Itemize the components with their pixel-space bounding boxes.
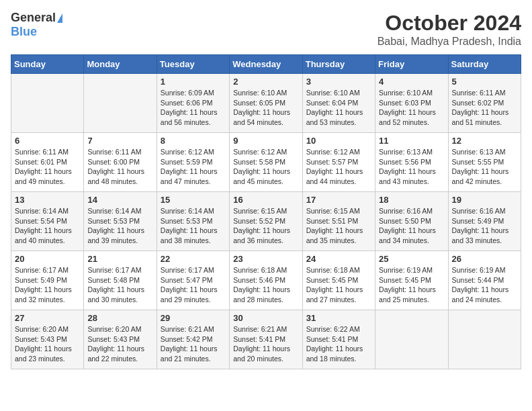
- title-area: October 2024 Babai, Madhya Pradesh, Indi…: [378, 11, 521, 48]
- cell-details: Sunrise: 6:22 AM Sunset: 5:41 PM Dayligh…: [306, 324, 371, 364]
- calendar-cell: 28Sunrise: 6:20 AM Sunset: 5:43 PM Dayli…: [84, 310, 157, 369]
- day-number: 13: [15, 195, 80, 205]
- calendar-cell: 15Sunrise: 6:14 AM Sunset: 5:53 PM Dayli…: [157, 192, 229, 251]
- cell-details: Sunrise: 6:20 AM Sunset: 5:43 PM Dayligh…: [15, 324, 80, 364]
- calendar-cell: 21Sunrise: 6:17 AM Sunset: 5:48 PM Dayli…: [84, 251, 157, 310]
- logo-icon: [57, 13, 62, 23]
- day-number: 16: [233, 195, 298, 205]
- calendar-cell: 11Sunrise: 6:13 AM Sunset: 5:56 PM Dayli…: [375, 133, 448, 192]
- day-number: 6: [15, 136, 80, 146]
- day-number: 3: [306, 77, 371, 87]
- calendar-cell: 26Sunrise: 6:19 AM Sunset: 5:44 PM Dayli…: [448, 251, 521, 310]
- cell-details: Sunrise: 6:17 AM Sunset: 5:49 PM Dayligh…: [15, 265, 80, 305]
- cell-details: Sunrise: 6:10 AM Sunset: 6:04 PM Dayligh…: [306, 88, 371, 128]
- cell-details: Sunrise: 6:12 AM Sunset: 5:58 PM Dayligh…: [233, 147, 298, 187]
- cell-details: Sunrise: 6:14 AM Sunset: 5:53 PM Dayligh…: [161, 206, 226, 246]
- cell-details: Sunrise: 6:11 AM Sunset: 6:00 PM Dayligh…: [87, 147, 152, 187]
- day-number: 12: [452, 136, 517, 146]
- day-number: 27: [15, 313, 80, 323]
- day-number: 11: [379, 136, 444, 146]
- calendar-cell: [375, 310, 448, 369]
- cell-details: Sunrise: 6:19 AM Sunset: 5:44 PM Dayligh…: [452, 265, 517, 305]
- cell-details: Sunrise: 6:18 AM Sunset: 5:46 PM Dayligh…: [233, 265, 298, 305]
- calendar-cell: 7Sunrise: 6:11 AM Sunset: 6:00 PM Daylig…: [84, 133, 157, 192]
- calendar-cell: 22Sunrise: 6:17 AM Sunset: 5:47 PM Dayli…: [157, 251, 229, 310]
- day-number: 25: [379, 254, 444, 264]
- header-day-monday: Monday: [84, 55, 157, 74]
- cell-details: Sunrise: 6:15 AM Sunset: 5:52 PM Dayligh…: [233, 206, 298, 246]
- calendar-cell: 19Sunrise: 6:16 AM Sunset: 5:49 PM Dayli…: [448, 192, 521, 251]
- day-number: 9: [233, 136, 298, 146]
- header: General Blue October 2024 Babai, Madhya …: [11, 11, 521, 48]
- calendar-cell: 31Sunrise: 6:22 AM Sunset: 5:41 PM Dayli…: [302, 310, 375, 369]
- day-number: 15: [161, 195, 226, 205]
- cell-details: Sunrise: 6:19 AM Sunset: 5:45 PM Dayligh…: [379, 265, 444, 305]
- day-number: 22: [161, 254, 226, 264]
- calendar-week-1: 6Sunrise: 6:11 AM Sunset: 6:01 PM Daylig…: [11, 133, 521, 192]
- cell-details: Sunrise: 6:21 AM Sunset: 5:41 PM Dayligh…: [233, 324, 298, 364]
- calendar-cell: 14Sunrise: 6:14 AM Sunset: 5:53 PM Dayli…: [84, 192, 157, 251]
- header-day-saturday: Saturday: [448, 55, 521, 74]
- calendar-week-0: 1Sunrise: 6:09 AM Sunset: 6:06 PM Daylig…: [11, 74, 521, 133]
- day-number: 24: [306, 254, 371, 264]
- day-number: 20: [15, 254, 80, 264]
- calendar-cell: 3Sunrise: 6:10 AM Sunset: 6:04 PM Daylig…: [302, 74, 375, 133]
- cell-details: Sunrise: 6:11 AM Sunset: 6:02 PM Dayligh…: [452, 88, 517, 128]
- day-number: 17: [306, 195, 371, 205]
- calendar-cell: 9Sunrise: 6:12 AM Sunset: 5:58 PM Daylig…: [230, 133, 302, 192]
- calendar-cell: 5Sunrise: 6:11 AM Sunset: 6:02 PM Daylig…: [448, 74, 521, 133]
- calendar-cell: [448, 310, 521, 369]
- calendar-week-4: 27Sunrise: 6:20 AM Sunset: 5:43 PM Dayli…: [11, 310, 521, 369]
- calendar-cell: 18Sunrise: 6:16 AM Sunset: 5:50 PM Dayli…: [375, 192, 448, 251]
- cell-details: Sunrise: 6:16 AM Sunset: 5:49 PM Dayligh…: [452, 206, 517, 246]
- calendar-header: SundayMondayTuesdayWednesdayThursdayFrid…: [11, 55, 521, 74]
- cell-details: Sunrise: 6:10 AM Sunset: 6:03 PM Dayligh…: [379, 88, 444, 128]
- cell-details: Sunrise: 6:13 AM Sunset: 5:55 PM Dayligh…: [452, 147, 517, 187]
- calendar-cell: 30Sunrise: 6:21 AM Sunset: 5:41 PM Dayli…: [230, 310, 302, 369]
- calendar-week-3: 20Sunrise: 6:17 AM Sunset: 5:49 PM Dayli…: [11, 251, 521, 310]
- day-number: 30: [233, 313, 298, 323]
- day-number: 8: [161, 136, 226, 146]
- calendar-cell: 4Sunrise: 6:10 AM Sunset: 6:03 PM Daylig…: [375, 74, 448, 133]
- calendar-cell: 6Sunrise: 6:11 AM Sunset: 6:01 PM Daylig…: [11, 133, 84, 192]
- calendar-cell: 8Sunrise: 6:12 AM Sunset: 5:59 PM Daylig…: [157, 133, 229, 192]
- calendar-cell: 20Sunrise: 6:17 AM Sunset: 5:49 PM Dayli…: [11, 251, 84, 310]
- cell-details: Sunrise: 6:12 AM Sunset: 5:57 PM Dayligh…: [306, 147, 371, 187]
- cell-details: Sunrise: 6:17 AM Sunset: 5:47 PM Dayligh…: [161, 265, 226, 305]
- day-number: 23: [233, 254, 298, 264]
- calendar-cell: 16Sunrise: 6:15 AM Sunset: 5:52 PM Dayli…: [230, 192, 302, 251]
- logo-blue-text: Blue: [11, 25, 37, 39]
- day-number: 2: [233, 77, 298, 87]
- calendar-cell: 29Sunrise: 6:21 AM Sunset: 5:42 PM Dayli…: [157, 310, 229, 369]
- calendar-cell: 24Sunrise: 6:18 AM Sunset: 5:45 PM Dayli…: [302, 251, 375, 310]
- calendar-cell: 23Sunrise: 6:18 AM Sunset: 5:46 PM Dayli…: [230, 251, 302, 310]
- day-number: 10: [306, 136, 371, 146]
- header-day-friday: Friday: [375, 55, 448, 74]
- cell-details: Sunrise: 6:14 AM Sunset: 5:53 PM Dayligh…: [87, 206, 152, 246]
- day-number: 19: [452, 195, 517, 205]
- cell-details: Sunrise: 6:11 AM Sunset: 6:01 PM Dayligh…: [15, 147, 80, 187]
- day-number: 26: [452, 254, 517, 264]
- day-number: 1: [161, 77, 226, 87]
- calendar-body: 1Sunrise: 6:09 AM Sunset: 6:06 PM Daylig…: [11, 74, 521, 369]
- calendar-cell: [84, 74, 157, 133]
- calendar-cell: 10Sunrise: 6:12 AM Sunset: 5:57 PM Dayli…: [302, 133, 375, 192]
- calendar-cell: [11, 74, 84, 133]
- day-number: 31: [306, 313, 371, 323]
- calendar-cell: 25Sunrise: 6:19 AM Sunset: 5:45 PM Dayli…: [375, 251, 448, 310]
- logo-general-text: General: [11, 11, 56, 25]
- logo: General Blue: [11, 11, 62, 39]
- calendar-title: October 2024: [378, 11, 521, 36]
- day-number: 18: [379, 195, 444, 205]
- cell-details: Sunrise: 6:13 AM Sunset: 5:56 PM Dayligh…: [379, 147, 444, 187]
- day-number: 21: [87, 254, 152, 264]
- header-row: SundayMondayTuesdayWednesdayThursdayFrid…: [11, 55, 521, 74]
- calendar-cell: 13Sunrise: 6:14 AM Sunset: 5:54 PM Dayli…: [11, 192, 84, 251]
- cell-details: Sunrise: 6:10 AM Sunset: 6:05 PM Dayligh…: [233, 88, 298, 128]
- cell-details: Sunrise: 6:21 AM Sunset: 5:42 PM Dayligh…: [161, 324, 226, 364]
- cell-details: Sunrise: 6:09 AM Sunset: 6:06 PM Dayligh…: [161, 88, 226, 128]
- cell-details: Sunrise: 6:15 AM Sunset: 5:51 PM Dayligh…: [306, 206, 371, 246]
- header-day-sunday: Sunday: [11, 55, 84, 74]
- day-number: 5: [452, 77, 517, 87]
- calendar-subtitle: Babai, Madhya Pradesh, India: [378, 36, 521, 48]
